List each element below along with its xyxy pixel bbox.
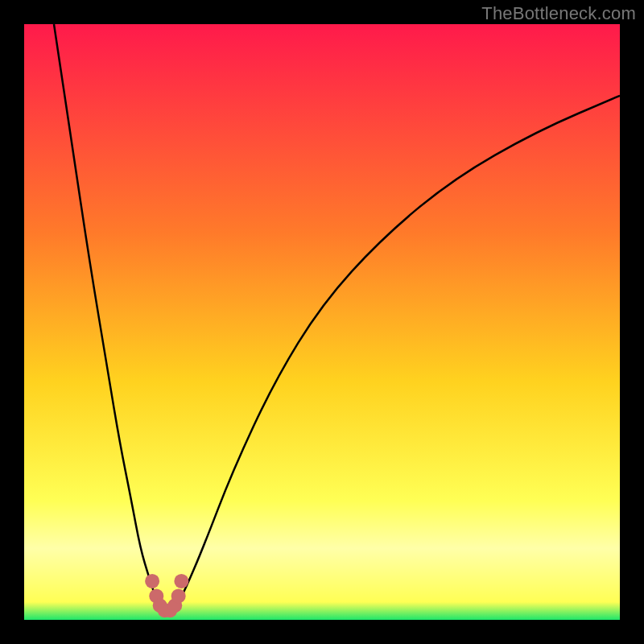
valley-marker: [145, 574, 159, 588]
bottleneck-chart: [24, 24, 620, 620]
watermark-text: TheBottleneck.com: [481, 3, 636, 24]
chart-frame: TheBottleneck.com: [0, 0, 644, 644]
chart-background: [24, 24, 620, 620]
valley-marker: [174, 574, 188, 588]
valley-marker: [171, 588, 186, 603]
